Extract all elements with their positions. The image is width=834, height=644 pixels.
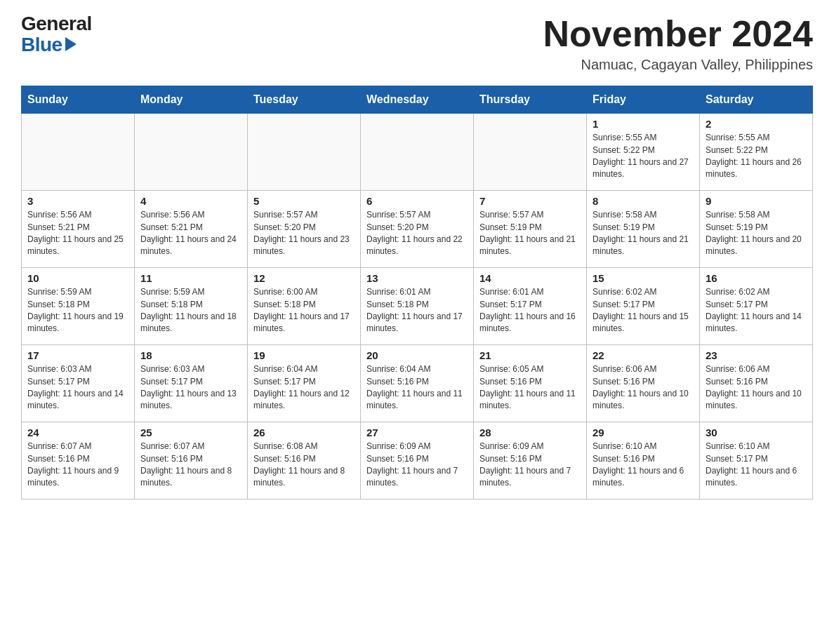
day-sun-info: Sunrise: 6:00 AM Sunset: 5:18 PM Dayligh… [253,286,355,335]
day-sun-info: Sunrise: 6:06 AM Sunset: 5:16 PM Dayligh… [706,363,807,412]
calendar-cell: 8Sunrise: 5:58 AM Sunset: 5:19 PM Daylig… [587,191,700,268]
day-number: 11 [140,272,241,284]
day-sun-info: Sunrise: 6:04 AM Sunset: 5:17 PM Dayligh… [253,363,355,412]
calendar-cell: 11Sunrise: 5:59 AM Sunset: 5:18 PM Dayli… [135,268,248,345]
day-number: 2 [706,118,807,130]
calendar-cell: 19Sunrise: 6:04 AM Sunset: 5:17 PM Dayli… [248,345,361,422]
day-of-week-header: Monday [135,86,248,114]
day-sun-info: Sunrise: 5:56 AM Sunset: 5:21 PM Dayligh… [140,209,241,258]
calendar-cell: 26Sunrise: 6:08 AM Sunset: 5:16 PM Dayli… [248,422,361,499]
calendar-cell: 14Sunrise: 6:01 AM Sunset: 5:17 PM Dayli… [474,268,587,345]
calendar-cell: 30Sunrise: 6:10 AM Sunset: 5:17 PM Dayli… [700,422,813,499]
calendar-cell: 22Sunrise: 6:06 AM Sunset: 5:16 PM Dayli… [587,345,700,422]
day-sun-info: Sunrise: 6:09 AM Sunset: 5:16 PM Dayligh… [479,441,581,490]
calendar-cell [22,114,135,191]
calendar-cell: 3Sunrise: 5:56 AM Sunset: 5:21 PM Daylig… [22,191,135,268]
day-of-week-header: Sunday [22,86,135,114]
calendar-cell: 5Sunrise: 5:57 AM Sunset: 5:20 PM Daylig… [248,191,361,268]
logo: General Blue [21,14,92,56]
calendar-cell [248,114,361,191]
calendar-body: 1Sunrise: 5:55 AM Sunset: 5:22 PM Daylig… [22,114,813,499]
calendar-cell: 12Sunrise: 6:00 AM Sunset: 5:18 PM Dayli… [248,268,361,345]
day-number: 18 [140,349,241,361]
day-sun-info: Sunrise: 5:57 AM Sunset: 5:20 PM Dayligh… [366,209,468,258]
day-sun-info: Sunrise: 6:04 AM Sunset: 5:16 PM Dayligh… [366,363,468,412]
day-number: 9 [706,195,807,207]
calendar-cell: 18Sunrise: 6:03 AM Sunset: 5:17 PM Dayli… [135,345,248,422]
day-number: 6 [366,195,468,207]
calendar-cell: 7Sunrise: 5:57 AM Sunset: 5:19 PM Daylig… [474,191,587,268]
day-number: 7 [479,195,581,207]
day-number: 17 [27,349,128,361]
day-sun-info: Sunrise: 5:59 AM Sunset: 5:18 PM Dayligh… [27,286,128,335]
title-area: November 2024 Namuac, Cagayan Valley, Ph… [543,14,813,73]
day-sun-info: Sunrise: 6:03 AM Sunset: 5:17 PM Dayligh… [140,363,241,412]
month-title: November 2024 [543,14,813,54]
day-sun-info: Sunrise: 5:58 AM Sunset: 5:19 PM Dayligh… [706,209,807,258]
day-number: 26 [253,427,355,438]
calendar-cell [474,114,587,191]
day-sun-info: Sunrise: 5:55 AM Sunset: 5:22 PM Dayligh… [706,132,807,181]
calendar-cell: 2Sunrise: 5:55 AM Sunset: 5:22 PM Daylig… [700,114,813,191]
logo-general-text: General [21,14,92,34]
day-sun-info: Sunrise: 5:56 AM Sunset: 5:21 PM Dayligh… [27,209,128,258]
location-text: Namuac, Cagayan Valley, Philippines [543,57,813,73]
day-number: 14 [479,272,581,284]
day-sun-info: Sunrise: 6:07 AM Sunset: 5:16 PM Dayligh… [140,441,241,490]
day-number: 4 [140,195,241,207]
calendar-cell: 20Sunrise: 6:04 AM Sunset: 5:16 PM Dayli… [361,345,474,422]
day-number: 5 [253,195,355,207]
calendar-week-row: 10Sunrise: 5:59 AM Sunset: 5:18 PM Dayli… [22,268,813,345]
day-sun-info: Sunrise: 5:58 AM Sunset: 5:19 PM Dayligh… [593,209,694,258]
day-number: 23 [706,349,807,361]
day-number: 29 [593,427,694,438]
calendar-week-row: 1Sunrise: 5:55 AM Sunset: 5:22 PM Daylig… [22,114,813,191]
calendar-cell: 27Sunrise: 6:09 AM Sunset: 5:16 PM Dayli… [361,422,474,499]
day-of-week-header: Tuesday [248,86,361,114]
calendar-cell: 13Sunrise: 6:01 AM Sunset: 5:18 PM Dayli… [361,268,474,345]
calendar-cell: 4Sunrise: 5:56 AM Sunset: 5:21 PM Daylig… [135,191,248,268]
day-sun-info: Sunrise: 5:57 AM Sunset: 5:20 PM Dayligh… [253,209,355,258]
calendar-cell: 17Sunrise: 6:03 AM Sunset: 5:17 PM Dayli… [22,345,135,422]
calendar-cell: 25Sunrise: 6:07 AM Sunset: 5:16 PM Dayli… [135,422,248,499]
calendar-cell: 23Sunrise: 6:06 AM Sunset: 5:16 PM Dayli… [700,345,813,422]
day-sun-info: Sunrise: 6:10 AM Sunset: 5:17 PM Dayligh… [706,441,807,490]
day-of-week-header: Thursday [474,86,587,114]
calendar-cell: 1Sunrise: 5:55 AM Sunset: 5:22 PM Daylig… [587,114,700,191]
day-number: 19 [253,349,355,361]
day-number: 21 [479,349,581,361]
day-number: 20 [366,349,468,361]
day-of-week-header: Wednesday [361,86,474,114]
day-of-week-header: Saturday [700,86,813,114]
day-sun-info: Sunrise: 5:55 AM Sunset: 5:22 PM Dayligh… [593,132,694,181]
calendar-cell: 16Sunrise: 6:02 AM Sunset: 5:17 PM Dayli… [700,268,813,345]
calendar-cell [135,114,248,191]
calendar-week-row: 24Sunrise: 6:07 AM Sunset: 5:16 PM Dayli… [22,422,813,499]
day-number: 3 [27,195,128,207]
day-sun-info: Sunrise: 6:02 AM Sunset: 5:17 PM Dayligh… [593,286,694,335]
day-number: 27 [366,427,468,438]
day-number: 22 [593,349,694,361]
calendar-cell: 29Sunrise: 6:10 AM Sunset: 5:16 PM Dayli… [587,422,700,499]
day-sun-info: Sunrise: 6:03 AM Sunset: 5:17 PM Dayligh… [27,363,128,412]
day-sun-info: Sunrise: 6:01 AM Sunset: 5:18 PM Dayligh… [366,286,468,335]
day-number: 24 [27,427,128,438]
calendar-table: SundayMondayTuesdayWednesdayThursdayFrid… [21,86,813,499]
day-number: 12 [253,272,355,284]
calendar-cell: 21Sunrise: 6:05 AM Sunset: 5:16 PM Dayli… [474,345,587,422]
day-sun-info: Sunrise: 6:02 AM Sunset: 5:17 PM Dayligh… [706,286,807,335]
calendar-cell: 24Sunrise: 6:07 AM Sunset: 5:16 PM Dayli… [22,422,135,499]
day-sun-info: Sunrise: 6:06 AM Sunset: 5:16 PM Dayligh… [593,363,694,412]
day-sun-info: Sunrise: 6:01 AM Sunset: 5:17 PM Dayligh… [479,286,581,335]
day-number: 15 [593,272,694,284]
day-number: 10 [27,272,128,284]
page-header: General Blue November 2024 Namuac, Cagay… [21,14,813,73]
calendar-cell: 28Sunrise: 6:09 AM Sunset: 5:16 PM Dayli… [474,422,587,499]
day-of-week-header: Friday [587,86,700,114]
calendar-header: SundayMondayTuesdayWednesdayThursdayFrid… [22,86,813,114]
day-number: 16 [706,272,807,284]
calendar-cell: 15Sunrise: 6:02 AM Sunset: 5:17 PM Dayli… [587,268,700,345]
calendar-week-row: 3Sunrise: 5:56 AM Sunset: 5:21 PM Daylig… [22,191,813,268]
calendar-cell: 10Sunrise: 5:59 AM Sunset: 5:18 PM Dayli… [22,268,135,345]
day-number: 28 [479,427,581,438]
